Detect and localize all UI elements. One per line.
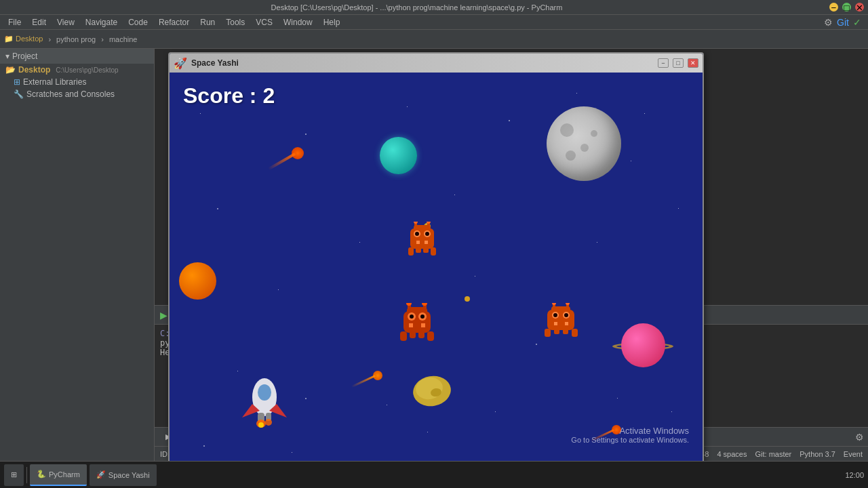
menu-refactor[interactable]: Refactor xyxy=(153,16,195,28)
star xyxy=(495,411,496,412)
star xyxy=(217,208,218,209)
svg-point-21 xyxy=(420,314,425,319)
svg-rect-24 xyxy=(400,331,407,341)
taskbar-start[interactable]: ⊞ xyxy=(4,464,24,486)
tree-external-libs-label: External Libraries xyxy=(23,77,86,87)
score-display: Score : 2 xyxy=(183,83,275,108)
activate-windows-watermark: Activate Windows Go to Settings to activ… xyxy=(571,426,689,444)
svg-rect-38 xyxy=(554,322,557,325)
svg-rect-10 xyxy=(416,247,421,253)
maximize-button[interactable]: □ xyxy=(842,3,851,12)
meteor-1 xyxy=(292,147,304,159)
ide-right: 🚀 Space Yashi − □ ✕ xyxy=(155,49,868,461)
minimize-button[interactable]: − xyxy=(829,3,838,12)
svg-rect-6 xyxy=(416,241,420,244)
menu-tools[interactable]: Tools xyxy=(220,16,250,28)
game-title-bar: 🚀 Space Yashi − □ ✕ xyxy=(170,54,703,73)
svg-rect-43 xyxy=(563,329,568,334)
game-maximize-button[interactable]: □ xyxy=(673,58,684,68)
star xyxy=(475,276,475,277)
svg-rect-27 xyxy=(418,331,425,338)
svg-point-52 xyxy=(258,384,271,401)
game-icon: 🚀 xyxy=(174,57,187,70)
svg-rect-8 xyxy=(408,247,414,256)
breadcrumb-desktop[interactable]: 📁 Desktop xyxy=(4,35,43,43)
game-window[interactable]: 🚀 Space Yashi − □ ✕ xyxy=(168,52,704,461)
star xyxy=(305,398,307,399)
star xyxy=(509,120,510,121)
star xyxy=(631,161,631,161)
ide-sidebar: ▾ Project 📂 Desktop C:\Users\pg\Desktop … xyxy=(0,49,155,461)
menu-file[interactable]: File xyxy=(3,16,26,28)
settings-gear-icon[interactable]: ⚙ xyxy=(855,432,864,443)
star xyxy=(200,113,201,114)
star xyxy=(359,242,360,243)
taskbar-game[interactable]: 🚀 Space Yashi xyxy=(90,464,157,486)
menu-vcs[interactable]: VCS xyxy=(250,16,278,28)
svg-rect-25 xyxy=(427,331,434,341)
svg-rect-11 xyxy=(423,247,429,253)
svg-point-46 xyxy=(552,303,556,305)
breadcrumb-machine[interactable]: machine xyxy=(109,35,138,43)
moon-crater xyxy=(566,150,576,161)
tree-item-desktop[interactable]: 📂 Desktop C:\Users\pg\Desktop xyxy=(0,64,154,76)
svg-point-5 xyxy=(425,232,429,236)
star xyxy=(671,411,672,412)
star xyxy=(278,289,279,290)
menu-code[interactable]: Code xyxy=(123,16,153,28)
game-close-button[interactable]: ✕ xyxy=(688,58,698,68)
star xyxy=(678,208,679,209)
moon-crater xyxy=(580,144,589,152)
folder-open-icon: 📂 xyxy=(5,65,16,75)
project-arrow: ▾ xyxy=(5,52,9,61)
taskbar-sep-1 xyxy=(26,467,27,483)
svg-rect-40 xyxy=(545,329,551,337)
game-minimize-button[interactable]: − xyxy=(658,58,669,68)
activate-line2: Go to Settings to activate Windows. xyxy=(571,436,689,444)
svg-point-14 xyxy=(414,222,418,224)
star xyxy=(387,405,387,405)
cyan-planet xyxy=(380,137,417,174)
star xyxy=(617,398,618,399)
screen: Desktop [C:\Users\pg\Desktop] - ...\pyth… xyxy=(0,0,868,488)
git-icon[interactable]: Git xyxy=(837,17,849,28)
checkmark-icon: ✓ xyxy=(853,17,861,28)
activate-line1: Activate Windows xyxy=(571,426,689,436)
orange-planet xyxy=(179,262,216,300)
svg-rect-42 xyxy=(554,329,559,334)
settings-icon[interactable]: ⚙ xyxy=(824,17,833,28)
menu-navigate[interactable]: Navigate xyxy=(80,16,123,28)
svg-point-20 xyxy=(410,314,414,319)
menu-window[interactable]: Window xyxy=(278,16,318,28)
svg-rect-9 xyxy=(431,247,436,256)
star xyxy=(576,93,577,94)
title-bar-text: Desktop [C:\Users\pg\Desktop] - ...\pyth… xyxy=(4,3,829,12)
menu-view[interactable]: View xyxy=(52,16,80,28)
scratches-icon: 🔧 xyxy=(14,89,24,99)
breadcrumb-python[interactable]: python prog xyxy=(56,35,96,43)
alien-3 xyxy=(539,303,583,343)
menu-edit[interactable]: Edit xyxy=(26,16,52,28)
small-asteroid-2 xyxy=(465,296,470,302)
python-version: Python 3.7 xyxy=(800,450,835,458)
pink-planet-body xyxy=(621,323,665,367)
taskbar-pycharm[interactable]: 🐍 PyCharm xyxy=(30,464,87,486)
star xyxy=(644,113,645,114)
spaceship xyxy=(241,373,288,430)
game-taskbar-icon: 🚀 xyxy=(96,470,106,479)
star xyxy=(292,452,292,453)
taskbar-clock: 12:00 xyxy=(845,471,864,479)
menu-help[interactable]: Help xyxy=(318,16,346,28)
menu-run[interactable]: Run xyxy=(195,16,220,28)
project-header[interactable]: ▾ Project xyxy=(0,49,154,64)
play-icon[interactable]: ▶ xyxy=(160,310,167,321)
external-libs-icon: ⊞ xyxy=(14,77,20,87)
tree-item-scratches[interactable]: 🔧 Scratches and Consoles xyxy=(0,88,154,100)
windows-taskbar: ⊞ 🐍 PyCharm 🚀 Space Yashi 12:00 xyxy=(0,461,868,488)
tree-desktop-label: Desktop xyxy=(18,65,50,75)
star xyxy=(427,432,428,432)
svg-rect-23 xyxy=(421,323,425,327)
tree-item-external-libs[interactable]: ⊞ External Libraries xyxy=(0,76,154,88)
meteor-2 xyxy=(373,371,382,380)
close-button[interactable]: ✕ xyxy=(855,3,864,12)
